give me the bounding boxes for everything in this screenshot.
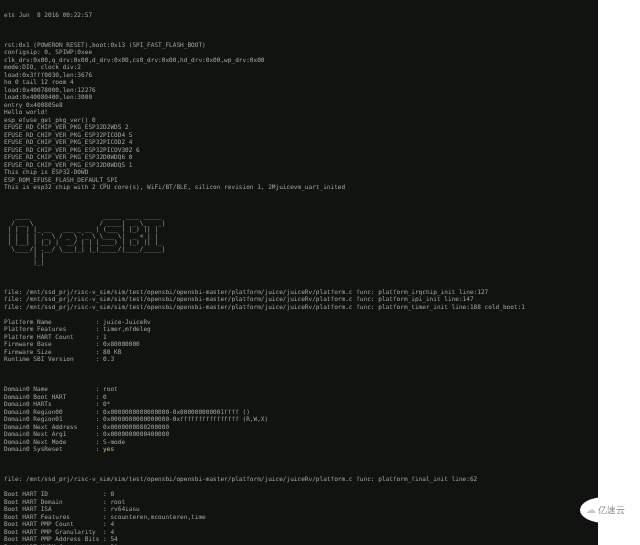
- boot-line: load:0x40080400,len:3000: [4, 93, 594, 101]
- blank-line: [4, 198, 594, 206]
- terminal-output: ets Jun 8 2016 00:22:57 rst:0x1 (POWERON…: [0, 0, 598, 545]
- domain-kv: Domain0 SysReset : yes: [4, 445, 594, 453]
- boot-line: esp_efuse_get_pkg_ver() 0: [4, 116, 594, 124]
- trace-line: file: /mnt/ssd_prj/risc-v_sim/sim/test/o…: [4, 303, 594, 311]
- boot-line: This is esp32 chip with 2 CPU core(s), W…: [4, 183, 594, 191]
- domain-kv: Domain0 HARTs : 0*: [4, 400, 594, 408]
- boothart-kv: Boot HART ISA : rv64iasu: [4, 505, 594, 513]
- blank-line: [4, 26, 594, 34]
- platform-kv: Runtime SBI Version : 0.3: [4, 355, 594, 363]
- domain-kv: Domain0 Name : root: [4, 385, 594, 393]
- boothart-kv: Boot HART ID : 0: [4, 490, 594, 498]
- boot-line: ho 0 tail 12 room 4: [4, 78, 594, 86]
- boot-timestamp: ets Jun 8 2016 00:22:57: [4, 11, 594, 19]
- platform-file-trace: file: /mnt/ssd_prj/risc-v_sim/sim/test/o…: [4, 288, 594, 311]
- boot-line: rst:0x1 (POWERON RESET),boot:0x13 (SPI_F…: [4, 41, 594, 49]
- domain-info-block: Domain0 Name : rootDomain0 Boot HART : 0…: [4, 385, 594, 453]
- boot-line: EFUSE_RD_CHIP_VER_PKG_ESP32D2WD5 2: [4, 123, 594, 131]
- platform-kv: Platform HART Count : 1: [4, 333, 594, 341]
- boot-line: EFUSE_RD_CHIP_VER_PKG_ESP32PICOD4 5: [4, 131, 594, 139]
- boothart-kv: Boot HART Features : scounteren,mcounter…: [4, 513, 594, 521]
- opensbi-ascii-logo: ____ _____ ____ _____ / __ \ / ____| _ \…: [4, 213, 594, 265]
- domain-kv: Domain0 Boot HART : 0: [4, 393, 594, 401]
- domain-kv: Domain0 Region00 : 0x0000000000000000-0x…: [4, 408, 594, 416]
- boothart-kv: Boot HART PMP Address Bits : 54: [4, 535, 594, 543]
- domain-kv: Domain0 Next Arg1 : 0x0000000000400000: [4, 430, 594, 438]
- blank-line: [4, 273, 594, 281]
- boothart-kv: Boot HART PMP Granularity : 4: [4, 528, 594, 536]
- domain-kv: Domain0 Next Address : 0x000000008020000…: [4, 423, 594, 431]
- boot-line: clk_drv:0x00,q_drv:0x00,d_drv:0x00,cs0_d…: [4, 56, 594, 64]
- boot-line: EFUSE_RD_CHIP_VER_PKG_ESP32PICOD2 4: [4, 138, 594, 146]
- watermark-logo: ☁亿速云: [580, 497, 630, 523]
- trace-line: file: /mnt/ssd_prj/risc-v_sim/sim/test/o…: [4, 295, 594, 303]
- domain-kv: Domain0 Region01 : 0x0000000000000000-0x…: [4, 415, 594, 423]
- boot-line: ESP_ROM_EFUSE_FLASH_DEFAULT_SPI: [4, 176, 594, 184]
- platform-kv: Firmware Size : 80 KB: [4, 348, 594, 356]
- boot-line: entry 0x400805e8: [4, 101, 594, 109]
- domain-kv: Domain0 Next Mode : S-mode: [4, 438, 594, 446]
- platform-info-block: Platform Name : juice-JuiceRvPlatform Fe…: [4, 318, 594, 363]
- platform-kv: Platform Name : juice-JuiceRv: [4, 318, 594, 326]
- boothart-kv: Boot HART PMP Count : 4: [4, 520, 594, 528]
- boot-line: EFUSE_RD_CHIP_VER_PKG_ESP32PICOV302 6: [4, 146, 594, 154]
- cloud-icon: ☁: [586, 505, 596, 515]
- platform-kv: Platform Features : timer,mfdeleg: [4, 325, 594, 333]
- blank-line: [4, 370, 594, 378]
- platform-final-file: file: /mnt/ssd_prj/risc-v_sim/sim/test/o…: [4, 475, 594, 483]
- watermark-text: 亿速云: [598, 506, 625, 515]
- boot-line: This chip is ESP32-D0WD: [4, 168, 594, 176]
- boot-line: EFUSE_RD_CHIP_VER_PKG_ESP32D0WDQ5 1: [4, 161, 594, 169]
- boothart-kv: Boot HART Domain : root: [4, 498, 594, 506]
- boot-line: load:0x40078000,len:12276: [4, 86, 594, 94]
- platform-kv: Firmware Base : 0x80000000: [4, 340, 594, 348]
- boot-line: configsip: 0, SPIWP:0xee: [4, 48, 594, 56]
- boot-line: Hello world!: [4, 108, 594, 116]
- blank-line: [4, 460, 594, 468]
- boot-hart-block: Boot HART ID : 0Boot HART Domain : rootB…: [4, 490, 594, 545]
- boot-line: EFUSE_RD_CHIP_VER_PKG_ESP32D0WDQ6 0: [4, 153, 594, 161]
- trace-line: file: /mnt/ssd_prj/risc-v_sim/sim/test/o…: [4, 288, 594, 296]
- boot-line: mode:DIO, clock div:2: [4, 63, 594, 71]
- boot-line: load:0x3fff0030,len:3676: [4, 71, 594, 79]
